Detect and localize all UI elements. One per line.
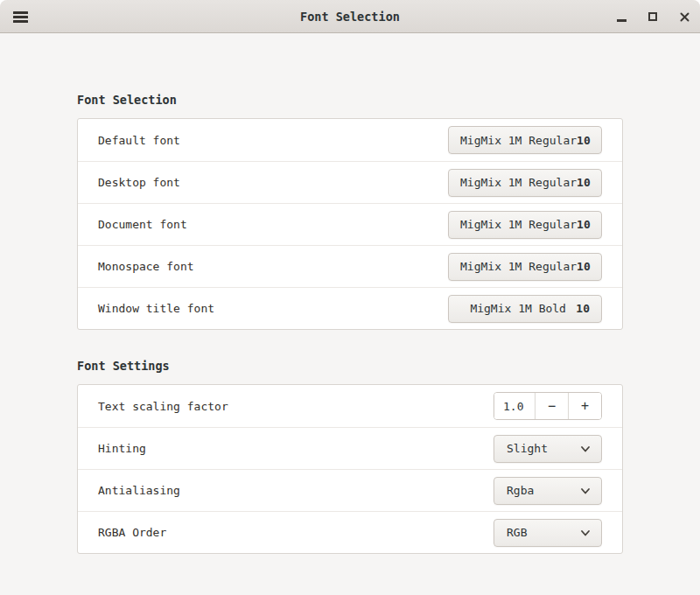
rgba-order-dropdown[interactable]: RGB bbox=[494, 519, 602, 547]
dropdown-value: Rgba bbox=[507, 484, 534, 497]
desktop-font-button[interactable]: MigMix 1M Regular 10 bbox=[448, 169, 602, 197]
row-antialiasing: Antialiasing Rgba bbox=[78, 469, 622, 511]
font-selection-list: Default font MigMix 1M Regular 10 Deskto… bbox=[77, 118, 623, 330]
text-scaling-input[interactable] bbox=[494, 393, 535, 419]
font-size: 10 bbox=[577, 176, 591, 189]
row-label: Window title font bbox=[98, 302, 448, 315]
row-label: Default font bbox=[98, 134, 448, 147]
close-button[interactable] bbox=[674, 6, 695, 27]
antialiasing-dropdown[interactable]: Rgba bbox=[494, 477, 602, 505]
window-controls bbox=[611, 0, 695, 33]
row-label: RGBA Order bbox=[98, 526, 494, 539]
font-size: 10 bbox=[577, 260, 591, 273]
default-font-button[interactable]: MigMix 1M Regular 10 bbox=[448, 126, 602, 154]
window-title-font-button[interactable]: MigMix 1M Bold 10 bbox=[448, 295, 602, 323]
font-selection-window: Font Selection Font Selection Default fo… bbox=[0, 0, 700, 595]
font-settings-list: Text scaling factor − + Hinting Slight bbox=[77, 384, 623, 554]
row-label: Monospace font bbox=[98, 260, 448, 273]
content-area: Font Selection Default font MigMix 1M Re… bbox=[0, 93, 700, 554]
font-size: 10 bbox=[576, 302, 590, 315]
minus-icon: − bbox=[548, 398, 556, 414]
chevron-down-icon bbox=[579, 443, 592, 455]
chevron-down-icon bbox=[579, 485, 592, 497]
minimize-button[interactable] bbox=[611, 6, 632, 27]
minimize-icon bbox=[617, 19, 626, 22]
decrement-button[interactable]: − bbox=[535, 393, 568, 419]
document-font-button[interactable]: MigMix 1M Regular 10 bbox=[448, 211, 602, 239]
plus-icon: + bbox=[581, 398, 589, 414]
dropdown-value: RGB bbox=[507, 526, 527, 539]
row-rgba-order: RGBA Order RGB bbox=[78, 511, 622, 553]
font-size: 10 bbox=[577, 134, 591, 147]
section-title-font-selection: Font Selection bbox=[77, 93, 623, 107]
row-monospace-font: Monospace font MigMix 1M Regular 10 bbox=[78, 245, 622, 287]
row-default-font: Default font MigMix 1M Regular 10 bbox=[78, 119, 622, 161]
dropdown-value: Slight bbox=[507, 442, 548, 455]
row-text-scaling-factor: Text scaling factor − + bbox=[78, 385, 622, 427]
row-label: Document font bbox=[98, 218, 448, 231]
row-hinting: Hinting Slight bbox=[78, 427, 622, 469]
font-size: 10 bbox=[577, 218, 591, 231]
chevron-down-icon bbox=[579, 527, 592, 539]
header-bar: Font Selection bbox=[0, 0, 700, 33]
increment-button[interactable]: + bbox=[568, 393, 601, 419]
section-title-font-settings: Font Settings bbox=[77, 359, 623, 373]
font-name: MigMix 1M Regular bbox=[460, 134, 577, 147]
close-icon bbox=[679, 11, 690, 23]
maximize-button[interactable] bbox=[642, 6, 663, 27]
row-label: Antialiasing bbox=[98, 484, 494, 497]
row-label: Desktop font bbox=[98, 176, 448, 189]
menu-button[interactable] bbox=[5, 3, 35, 31]
font-name: MigMix 1M Regular bbox=[460, 218, 577, 231]
font-name: MigMix 1M Regular bbox=[460, 176, 577, 189]
row-desktop-font: Desktop font MigMix 1M Regular 10 bbox=[78, 161, 622, 203]
row-label: Hinting bbox=[98, 442, 494, 455]
row-label: Text scaling factor bbox=[98, 400, 494, 413]
font-name: MigMix 1M Regular bbox=[460, 260, 577, 273]
monospace-font-button[interactable]: MigMix 1M Regular 10 bbox=[448, 253, 602, 281]
font-name: MigMix 1M Bold bbox=[460, 302, 576, 315]
hinting-dropdown[interactable]: Slight bbox=[494, 435, 602, 463]
row-window-title-font: Window title font MigMix 1M Bold 10 bbox=[78, 287, 622, 329]
row-document-font: Document font MigMix 1M Regular 10 bbox=[78, 203, 622, 245]
hamburger-icon bbox=[13, 11, 28, 23]
text-scaling-spinbutton: − + bbox=[494, 392, 602, 420]
maximize-icon bbox=[648, 12, 657, 21]
window-title: Font Selection bbox=[0, 10, 700, 24]
